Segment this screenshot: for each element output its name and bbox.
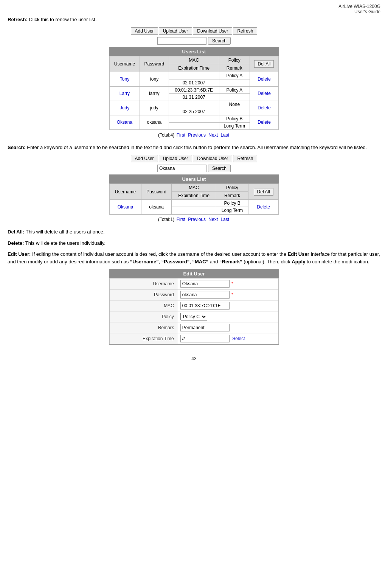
delete-judy[interactable]: Delete	[250, 101, 278, 115]
search-row-2: Search	[8, 165, 380, 172]
edit-remark-input[interactable]	[180, 324, 230, 331]
mac-tony	[169, 72, 219, 79]
edit-password-value[interactable]: *	[177, 289, 278, 300]
username-judy[interactable]: Judy	[110, 101, 140, 115]
edit-expiration-row: Expiration Time Select	[110, 333, 279, 344]
refresh-button-2[interactable]: Refresh	[233, 155, 257, 162]
refresh-text: Click this to renew the user list.	[28, 17, 97, 22]
edit-table-content: Username * Password * MAC Policy Policy …	[109, 278, 279, 344]
delete-larry[interactable]: Delete	[250, 86, 278, 101]
first-link-1[interactable]: First	[177, 132, 185, 138]
col-policy-1: Policy	[219, 56, 250, 64]
col-password-2: Password	[141, 184, 172, 200]
username-tony[interactable]: Tony	[110, 72, 140, 86]
policy-judy: None	[219, 101, 250, 108]
edit-remark-value[interactable]	[177, 322, 278, 333]
search-input-1[interactable]	[157, 37, 206, 45]
download-user-button-2[interactable]: Download User	[193, 155, 232, 162]
edit-mac-label: MAC	[110, 300, 177, 311]
mac-oksana	[169, 115, 219, 122]
edit-mac-input[interactable]	[180, 302, 230, 310]
del-all-text: This will delete all the users at once.	[24, 229, 104, 235]
username-link-oksana[interactable]: Oksana	[117, 120, 132, 125]
del-all-button-1[interactable]: Del All	[254, 60, 274, 68]
edit-text3: ,	[159, 259, 161, 264]
delete-link-oksana[interactable]: Delete	[258, 120, 271, 125]
edit-policy-select[interactable]: Policy A Policy B Policy C Policy D None	[180, 313, 207, 320]
edit-username-input[interactable]	[180, 280, 230, 288]
remark-judy	[219, 108, 250, 115]
password-tony: tony	[140, 72, 169, 86]
mac-larry: 00:01:23:3F:6D:7E	[169, 86, 219, 93]
table-row: Oksana oksana Policy B Delete	[110, 200, 279, 207]
next-link-2[interactable]: Next	[208, 217, 218, 222]
del-all-btn-2[interactable]: Del All	[248, 184, 279, 200]
remark-bold: “Remark”	[219, 259, 242, 264]
username-oksana[interactable]: Oksana	[110, 115, 140, 129]
edit-password-input[interactable]	[180, 291, 230, 299]
delete-bold: Delete:	[8, 240, 24, 246]
policy-larry: Policy A	[219, 86, 250, 93]
mac-oksana-2	[172, 200, 216, 207]
last-link-1[interactable]: Last	[220, 132, 229, 138]
search-button-2[interactable]: Search	[208, 165, 231, 172]
next-link-1[interactable]: Next	[208, 132, 218, 138]
delete-link-tony[interactable]: Delete	[258, 76, 271, 82]
apply-bold: Apply	[292, 259, 305, 264]
upload-user-button-1[interactable]: Upload User	[159, 27, 192, 35]
search-button-1[interactable]: Search	[208, 37, 231, 45]
edit-mac-value[interactable]	[177, 300, 278, 311]
username-link-larry[interactable]: Larry	[120, 91, 130, 96]
add-user-button-2[interactable]: Add User	[131, 155, 158, 162]
delete-text: This will delete the users individually.	[24, 240, 106, 246]
edit-user-description: Edit User: If editing the content of ind…	[8, 250, 380, 265]
delete-link-larry[interactable]: Delete	[258, 91, 271, 96]
total-2: (Total:1)	[158, 217, 174, 222]
username-larry[interactable]: Larry	[110, 86, 140, 101]
username-link-judy[interactable]: Judy	[120, 105, 129, 110]
edit-text5: and	[208, 259, 219, 264]
search-description: Search: Enter a keyword of a username to…	[8, 144, 380, 151]
col-username-2: Username	[110, 184, 141, 200]
delete-oksana-2[interactable]: Delete	[248, 200, 279, 214]
username-link-oksana-2[interactable]: Oksana	[118, 204, 133, 210]
select-link[interactable]: Select	[232, 336, 245, 341]
del-all-btn-1[interactable]: Del All	[250, 56, 278, 72]
delete-oksana[interactable]: Delete	[250, 115, 278, 129]
del-all-button-2[interactable]: Del All	[254, 188, 273, 196]
users-table-content-1: Username Password MAC Policy Del All Exp…	[109, 56, 279, 130]
password-judy: judy	[140, 101, 169, 115]
del-all-bold: Del All:	[8, 229, 24, 235]
delete-link-oksana-2[interactable]: Delete	[257, 204, 270, 210]
username-oksana-2[interactable]: Oksana	[110, 200, 141, 214]
search-input-2[interactable]	[157, 165, 206, 172]
expiration-tony: 02 01 2007	[169, 79, 219, 86]
password-required: *	[231, 292, 233, 297]
pagination-1: (Total:4) First Previous Next Last	[8, 132, 380, 138]
last-link-2[interactable]: Last	[220, 217, 229, 222]
edit-expiration-label: Expiration Time	[110, 333, 177, 344]
refresh-description: Refresh: Click this to renew the user li…	[8, 16, 380, 23]
table-row: Tony tony Policy A Delete	[110, 72, 279, 79]
delete-tony[interactable]: Delete	[250, 72, 278, 86]
search-bold: Search:	[8, 145, 26, 150]
delete-link-judy[interactable]: Delete	[258, 105, 271, 110]
edit-expiration-value[interactable]: Select	[177, 333, 278, 344]
toolbar-1: Add User Upload User Download User Refre…	[8, 27, 380, 35]
users-table-2: Users List Username Password MAC Policy …	[109, 174, 279, 215]
toolbar-2: Add User Upload User Download User Refre…	[8, 155, 380, 162]
username-link-tony[interactable]: Tony	[120, 76, 129, 82]
edit-username-row: Username *	[110, 278, 279, 289]
download-user-button-1[interactable]: Download User	[193, 27, 232, 35]
edit-policy-value[interactable]: Policy A Policy B Policy C Policy D None	[177, 311, 278, 322]
upload-user-button-2[interactable]: Upload User	[159, 155, 192, 162]
pagination-2: (Total:1) First Previous Next Last	[8, 217, 380, 222]
add-user-button-1[interactable]: Add User	[131, 27, 158, 35]
previous-link-1[interactable]: Previous	[188, 132, 206, 138]
edit-expiration-input[interactable]	[180, 335, 230, 342]
previous-link-2[interactable]: Previous	[188, 217, 206, 222]
first-link-2[interactable]: First	[177, 217, 185, 222]
refresh-button-1[interactable]: Refresh	[233, 27, 257, 35]
users-list-header-2: Users List	[109, 175, 279, 184]
edit-username-value[interactable]: *	[177, 278, 278, 289]
